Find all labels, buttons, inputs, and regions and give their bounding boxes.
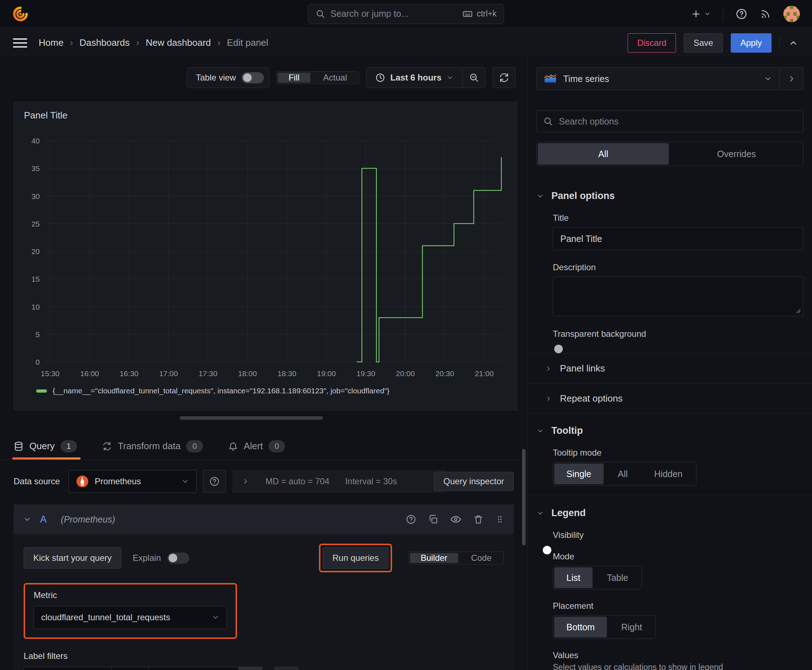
transparent-bg-label: Transparent background	[553, 329, 804, 339]
datasource-name: Prometheus	[95, 476, 141, 486]
panel-description-textarea[interactable]	[553, 277, 804, 316]
legend-series-label[interactable]: {__name__="cloudflared_tunnel_total_requ…	[53, 387, 390, 395]
panel-title-input[interactable]	[553, 227, 804, 250]
breadcrumb-home[interactable]: Home	[39, 37, 63, 48]
tooltip-mode-segmented: Single All Hidden	[553, 462, 696, 486]
legend-right-option[interactable]: Right	[609, 617, 654, 638]
query-row-header[interactable]: A (Prometheus)	[14, 504, 514, 535]
user-avatar[interactable]	[783, 6, 800, 22]
datasource-picker[interactable]: Prometheus	[68, 470, 197, 493]
panel-title[interactable]: Panel Title	[24, 110, 67, 121]
time-range-label: Last 6 hours	[390, 73, 441, 83]
duplicate-query-icon[interactable]	[428, 514, 439, 524]
tooltip-header[interactable]: Tooltip	[536, 414, 804, 438]
search-icon	[315, 9, 325, 19]
builder-option[interactable]: Builder	[410, 553, 458, 563]
drag-handle-icon[interactable]	[495, 515, 504, 524]
repeat-options-row[interactable]: Repeat options	[528, 383, 812, 413]
main-scrollbar-thumb[interactable]	[522, 449, 526, 545]
explain-toggle[interactable]	[167, 553, 190, 564]
breadcrumb-separator: ›	[70, 37, 73, 48]
metric-highlight: Metric cloudflared_tunnel_total_requests	[24, 583, 237, 639]
overrides-tab[interactable]: Overrides	[671, 143, 802, 165]
actual-option[interactable]: Actual	[312, 73, 358, 83]
metric-select[interactable]: cloudflared_tunnel_total_requests	[34, 606, 227, 629]
tab-alert[interactable]: Alert 0	[228, 433, 285, 460]
tooltip-hidden-option[interactable]: Hidden	[642, 464, 695, 484]
select-label-dropdown[interactable]: Select label	[24, 667, 112, 670]
builder-code-segmented: Builder Code	[409, 552, 504, 564]
panel-options-body: Title Description Transparent background	[536, 213, 804, 353]
discard-button[interactable]: Discard	[627, 33, 676, 52]
options-search-input[interactable]	[559, 116, 797, 127]
tooltip-single-option[interactable]: Single	[554, 464, 603, 484]
fill-option[interactable]: Fill	[278, 73, 310, 83]
breadcrumb-dashboards[interactable]: Dashboards	[80, 37, 130, 48]
add-filter-button[interactable]: +	[275, 667, 298, 670]
news-rss-icon[interactable]	[760, 8, 771, 20]
x-tick-label: 19:00	[317, 369, 336, 377]
x-tick-label: 20:30	[436, 369, 454, 377]
menu-toggle-icon[interactable]	[13, 38, 27, 47]
search-placeholder: Search or jump to...	[331, 8, 457, 19]
tooltip-all-option[interactable]: All	[606, 464, 640, 484]
keyboard-icon	[462, 8, 473, 19]
run-queries-button[interactable]: Run queries	[322, 547, 388, 569]
metric-value: cloudflared_tunnel_total_requests	[41, 612, 170, 623]
remove-filter-button[interactable]: ✕	[239, 667, 263, 670]
panel-links-row[interactable]: Panel links	[528, 353, 812, 383]
time-series-icon	[544, 74, 557, 84]
chevron-right-icon[interactable]	[242, 477, 249, 485]
legend-table-option[interactable]: Table	[595, 567, 641, 588]
query-row-actions	[406, 514, 504, 525]
add-menu-button[interactable]	[691, 8, 711, 19]
select-value-dropdown[interactable]: Select value	[148, 667, 239, 670]
datasource-help-button[interactable]	[203, 470, 226, 493]
refresh-button[interactable]	[493, 67, 515, 88]
query-inspector-button[interactable]: Query inspector	[434, 472, 514, 491]
resize-handle-icon[interactable]	[795, 308, 801, 314]
delete-query-icon[interactable]	[473, 514, 484, 524]
tab-transform-data[interactable]: Transform data 0	[102, 433, 203, 460]
toggle-visibility-icon[interactable]	[450, 514, 461, 525]
options-search[interactable]	[536, 110, 804, 132]
tab-query[interactable]: Query 1	[14, 433, 77, 460]
legend-header[interactable]: Legend	[536, 496, 804, 521]
x-tick-label: 16:30	[120, 369, 139, 377]
legend-bottom-option[interactable]: Bottom	[554, 617, 607, 638]
panel-options-header[interactable]: Panel options	[536, 179, 804, 204]
y-tick-label: 40	[32, 137, 40, 145]
collapse-header-icon[interactable]	[788, 37, 799, 49]
help-circle-icon	[209, 476, 220, 487]
time-range-picker[interactable]: Last 6 hours	[367, 73, 462, 83]
zoom-out-button[interactable]	[462, 68, 485, 88]
label-filters-section: Label filters Select label =	[24, 651, 504, 670]
legend-swatch[interactable]	[36, 389, 47, 393]
run-queries-highlight: Run queries	[319, 544, 392, 572]
breadcrumb-new-dashboard[interactable]: New dashboard	[146, 37, 211, 48]
legend-mode-segmented: List Table	[553, 566, 642, 589]
help-icon[interactable]	[736, 8, 748, 20]
tooltip-mode-label: Tooltip mode	[553, 448, 804, 458]
query-help-icon[interactable]	[406, 514, 416, 524]
y-tick-label: 35	[32, 164, 40, 173]
code-option[interactable]: Code	[460, 553, 502, 563]
time-series-chart[interactable]: 051015202530354015:3016:0016:3017:0017:3…	[21, 122, 514, 392]
legend-values-description: Select values or calculations to show in…	[553, 663, 804, 670]
collapse-query-icon[interactable]	[23, 515, 32, 524]
table-view-toggle[interactable]	[242, 72, 264, 83]
save-button[interactable]: Save	[684, 33, 723, 52]
collapse-options-button[interactable]	[780, 67, 804, 90]
global-search-box[interactable]: Search or jump to... ctrl+k	[308, 4, 504, 24]
apply-button[interactable]: Apply	[731, 33, 771, 52]
visualization-picker[interactable]: Time series	[536, 67, 780, 90]
chevron-down-icon	[536, 427, 544, 435]
all-options-tab[interactable]: All	[538, 143, 669, 165]
legend-list-option[interactable]: List	[554, 567, 593, 588]
grafana-logo-icon[interactable]	[12, 6, 29, 22]
panel-resize-handle[interactable]	[180, 416, 323, 420]
top-nav: Search or jump to... ctrl+k	[0, 0, 812, 28]
fill-actual-segmented: Fill Actual	[276, 71, 359, 84]
kick-start-button[interactable]: Kick start your query	[24, 547, 121, 569]
operator-dropdown[interactable]: =	[111, 667, 149, 670]
